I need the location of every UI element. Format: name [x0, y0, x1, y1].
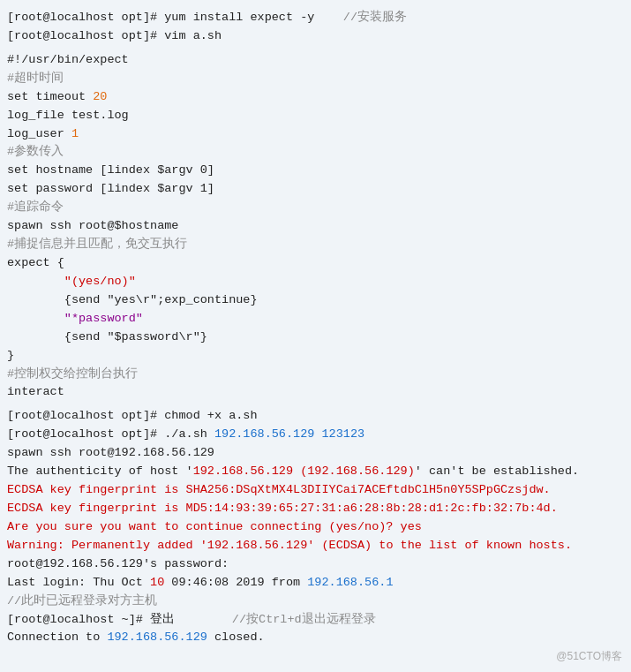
terminal-line: #捕捉信息并且匹配，免交互执行: [7, 236, 624, 254]
line-part: [root@localhost opt]#: [7, 409, 164, 422]
terminal-line: //此时已远程登录对方主机: [7, 593, 624, 611]
line-part: 192.168.56.129: [107, 630, 207, 644]
terminal-line: The authenticity of host '192.168.56.129…: [7, 463, 624, 481]
line-part: ECDSA key fingerprint is SHA256:DSqXtMX4…: [7, 483, 551, 496]
line-part: #超时时间: [7, 72, 64, 85]
line-part: 192.168.56.129 (192.168.56.129): [193, 464, 415, 478]
line-part: spawn ssh root@$hostname: [7, 219, 178, 232]
terminal-line: root@192.168.56.129's password:: [7, 555, 624, 574]
terminal-line: }: [7, 347, 624, 366]
terminal-line: #控制权交给控制台执行: [7, 366, 624, 384]
terminal-line: spawn ssh root@192.168.56.129: [7, 444, 624, 463]
terminal-line: log_user 1: [7, 125, 624, 144]
line-part: expect {: [7, 256, 64, 269]
terminal-line: #超时时间: [7, 70, 624, 88]
terminal-line: [root@localhost opt]# chmod +x a.sh: [7, 407, 624, 426]
line-part: 10: [150, 576, 164, 589]
line-part: log_user: [7, 127, 71, 140]
line-part: #捕捉信息并且匹配，免交互执行: [7, 238, 187, 251]
line-part: [root@localhost opt]#: [7, 427, 164, 441]
line-part: interact: [7, 385, 64, 398]
line-part: //此时已远程登录对方主机: [7, 594, 157, 608]
line-part: log_file test.log: [7, 109, 129, 122]
terminal-window: [root@localhost opt]# yum install expect…: [0, 0, 631, 672]
terminal-line: Warning: Permanently added '192.168.56.1…: [7, 537, 624, 555]
terminal-line: set hostname [lindex $argv 0]: [7, 162, 624, 180]
line-part: 192.168.56.129: [207, 539, 307, 552]
line-part: 1: [71, 127, 79, 140]
terminal-line: log_file test.log: [7, 107, 624, 125]
line-part: [7, 275, 64, 288]
terminal-line: "(yes/no)": [7, 273, 624, 291]
terminal-line: #参数传入: [7, 143, 624, 162]
terminal-line: #!/usr/bin/expect: [7, 51, 624, 70]
terminal-line: [root@localhost opt]# vim a.sh: [7, 27, 624, 46]
line-part: "*password": [64, 312, 143, 325]
terminal-line: ECDSA key fingerprint is SHA256:DSqXtMX4…: [7, 481, 624, 500]
terminal-line: ECDSA key fingerprint is MD5:14:93:39:65…: [7, 500, 624, 518]
line-part: ' (ECDSA) to the list of known hosts.: [307, 539, 572, 552]
line-part: vim a.sh: [164, 29, 222, 42]
terminal-line: [root@localhost opt]# ./a.sh 192.168.56.…: [7, 426, 624, 444]
line-part: {send "yes\r";exp_continue}: [7, 293, 258, 306]
line-part: set timeout: [7, 90, 93, 103]
terminal-line: "*password": [7, 310, 624, 328]
line-part: The authenticity of host ': [7, 464, 193, 478]
terminal-line: spawn ssh root@$hostname: [7, 217, 624, 236]
line-part: [7, 312, 64, 325]
line-part: 20: [93, 90, 107, 103]
line-part: #控制权交给控制台执行: [7, 367, 138, 381]
terminal-line: [root@localhost opt]# yum install expect…: [7, 9, 624, 27]
terminal-line: Last login: Thu Oct 10 09:46:08 2019 fro…: [7, 574, 624, 593]
line-part: set hostname [lindex $argv 0]: [7, 163, 214, 177]
line-part: Last login: Thu Oct: [7, 576, 150, 589]
line-part: Are you sure you want to continue connec…: [7, 520, 422, 533]
terminal-line: interact: [7, 383, 624, 402]
line-part: //安装服务: [314, 11, 407, 24]
terminal-line: [root@localhost ~]# 登出 //按Ctrl+d退出远程登录: [7, 611, 624, 630]
terminal-line: {send "yes\r";exp_continue}: [7, 291, 624, 310]
line-part: "(yes/no)": [64, 275, 136, 288]
line-part: spawn ssh root@192.168.56.129: [7, 446, 214, 459]
line-part: ./a.sh: [164, 427, 214, 441]
line-part: ' can't be established.: [415, 464, 579, 478]
line-part: 192.168.56.1: [307, 576, 393, 589]
line-part: yum install expect -y: [164, 11, 314, 24]
terminal-line: set timeout 20: [7, 88, 624, 107]
terminal-line: {send "$password\r"}: [7, 328, 624, 347]
line-part: [root@localhost ~]#: [7, 613, 150, 626]
brand-label: @51CTO博客: [556, 648, 622, 665]
line-part: //按Ctrl+d退出远程登录: [175, 613, 376, 626]
terminal-line: Are you sure you want to continue connec…: [7, 518, 624, 537]
line-part: }: [7, 349, 14, 362]
line-part: 登出: [150, 613, 175, 626]
line-part: #参数传入: [7, 145, 64, 158]
line-part: 192.168.56.129: [214, 427, 314, 441]
line-part: #追踪命令: [7, 200, 64, 214]
line-part: set password [lindex $argv 1]: [7, 182, 214, 195]
terminal-line: Connection to 192.168.56.129 closed.: [7, 629, 624, 647]
terminal-line: expect {: [7, 254, 624, 273]
line-part: closed.: [207, 630, 265, 644]
line-part: 09:46:08 2019 from: [164, 576, 307, 589]
line-part: chmod +x a.sh: [164, 409, 257, 422]
code-block: [root@localhost opt]# yum install expect…: [7, 9, 624, 647]
line-part: {send "$password\r"}: [7, 330, 207, 344]
line-part: Connection to: [7, 630, 107, 644]
terminal-line: #追踪命令: [7, 199, 624, 217]
line-part: #!/usr/bin/expect: [7, 53, 129, 66]
line-part: Warning: Permanently added ': [7, 539, 207, 552]
line-part: ECDSA key fingerprint is MD5:14:93:39:65…: [7, 502, 558, 515]
line-part: [root@localhost opt]#: [7, 29, 164, 42]
line-part: [root@localhost opt]#: [7, 11, 164, 24]
line-part: 123123: [321, 427, 364, 441]
terminal-line: set password [lindex $argv 1]: [7, 180, 624, 199]
line-part: root@192.168.56.129's password:: [7, 557, 229, 570]
